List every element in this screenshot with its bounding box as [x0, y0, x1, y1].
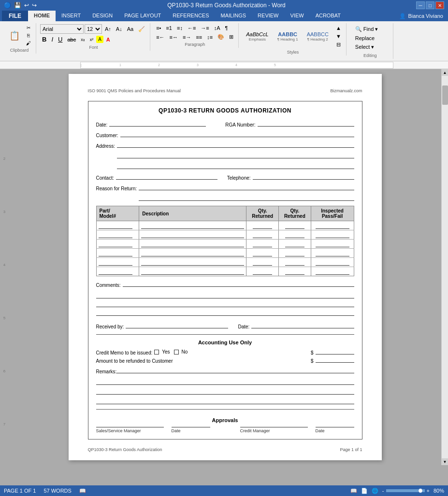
tab-home[interactable]: HOME	[28, 11, 56, 21]
td-qty2-4[interactable]	[279, 249, 311, 258]
copy-button[interactable]: ⎘	[24, 32, 33, 39]
td-inspect-4[interactable]	[311, 249, 354, 258]
format-painter-button[interactable]: 🖌	[24, 40, 33, 47]
td-desc-4[interactable]	[139, 249, 246, 258]
font-size-select[interactable]: 12	[85, 24, 102, 34]
superscript-button[interactable]: x²	[88, 36, 96, 43]
minimize-button[interactable]: ─	[416, 1, 425, 9]
td-qty2-6[interactable]	[279, 267, 311, 276]
decrease-indent-button[interactable]: ←≡	[186, 24, 198, 32]
credit-amount-field[interactable]	[316, 354, 354, 354]
tab-acrobat[interactable]: ACROBAT	[310, 11, 347, 21]
align-center-button[interactable]: ≡↔	[168, 33, 180, 41]
yes-checkbox[interactable]	[154, 350, 159, 354]
subscript-button[interactable]: x₂	[79, 36, 87, 43]
comments-line-4[interactable]	[96, 308, 354, 316]
justify-button[interactable]: ≡≡	[194, 33, 204, 41]
address-field-2[interactable]	[117, 152, 354, 158]
scroll-track[interactable]	[442, 76, 448, 458]
remarks-field-1[interactable]	[116, 367, 354, 373]
cut-button[interactable]: ✂	[24, 24, 33, 31]
styles-up-button[interactable]: ▲	[334, 24, 343, 32]
style-emphasis[interactable]: AaBbCcL Emphasis	[243, 30, 272, 43]
td-qty1-4[interactable]	[246, 249, 279, 258]
td-qty1-1[interactable]	[246, 221, 279, 230]
tab-page-layout[interactable]: PAGE LAYOUT	[118, 11, 167, 21]
rga-number-field[interactable]	[258, 120, 354, 127]
td-qty1-2[interactable]	[246, 230, 279, 240]
customer-field[interactable]	[120, 130, 354, 137]
received-date-field[interactable]	[251, 322, 354, 328]
multilevel-list-button[interactable]: ≡↕	[175, 24, 185, 32]
bold-button[interactable]: B	[40, 35, 48, 44]
reason-field-2[interactable]	[139, 194, 354, 201]
quick-access-undo[interactable]: ↩	[24, 2, 29, 9]
remarks-line-3[interactable]	[96, 387, 354, 395]
sales-date-line[interactable]	[172, 427, 210, 427]
comments-line-3[interactable]	[96, 299, 354, 307]
tab-design[interactable]: DESIGN	[87, 11, 118, 21]
font-family-select[interactable]: Arial	[40, 24, 84, 34]
select-button[interactable]: Select ▾	[353, 43, 387, 51]
td-part-6[interactable]	[96, 267, 139, 276]
td-part-5[interactable]	[96, 258, 139, 267]
td-qty2-2[interactable]	[279, 230, 311, 240]
tab-view[interactable]: VIEW	[285, 11, 310, 21]
strikethrough-button[interactable]: abc	[65, 36, 78, 43]
credit-manager-line[interactable]	[240, 427, 308, 427]
scroll-thumb[interactable]	[442, 85, 448, 105]
td-inspect-2[interactable]	[311, 230, 354, 240]
styles-expand-button[interactable]: ⊟	[334, 41, 343, 49]
td-qty1-3[interactable]	[246, 240, 279, 249]
quick-access-save[interactable]: 💾	[14, 2, 21, 9]
shading-button[interactable]: 🎨	[216, 33, 226, 41]
date-field[interactable]	[109, 120, 206, 127]
refund-amount-field[interactable]	[316, 362, 354, 363]
paste-button[interactable]: 📋	[6, 29, 23, 43]
telephone-field[interactable]	[253, 173, 354, 180]
contact-field[interactable]	[116, 173, 217, 180]
underline-button[interactable]: U	[56, 35, 64, 44]
replace-button[interactable]: Replace	[353, 34, 387, 42]
quick-access-redo[interactable]: ↪	[32, 2, 37, 9]
clear-format-button[interactable]: 🧹	[136, 25, 147, 33]
find-button[interactable]: 🔍 Find ▾	[353, 25, 387, 33]
bullets-button[interactable]: ≡•	[154, 24, 163, 32]
td-inspect-1[interactable]	[311, 221, 354, 230]
received-by-field[interactable]	[126, 322, 228, 328]
style-heading1[interactable]: AABBC ¶ Heading 1	[274, 30, 302, 43]
tab-mailings[interactable]: MAILINGS	[215, 11, 252, 21]
td-desc-5[interactable]	[139, 258, 246, 267]
td-qty2-5[interactable]	[279, 258, 311, 267]
td-inspect-6[interactable]	[311, 267, 354, 276]
td-qty1-6[interactable]	[246, 267, 279, 276]
line-spacing-button[interactable]: ↕≡	[205, 33, 215, 41]
td-inspect-5[interactable]	[311, 258, 354, 267]
italic-button[interactable]: I	[49, 35, 55, 44]
shrink-font-button[interactable]: A↓	[114, 25, 124, 33]
text-highlight-button[interactable]: A	[96, 36, 103, 43]
comments-line-2[interactable]	[96, 291, 354, 298]
borders-button[interactable]: ⊞	[227, 33, 235, 41]
credit-date-line[interactable]	[316, 427, 354, 427]
td-qty2-3[interactable]	[279, 240, 311, 249]
style-heading2[interactable]: AABBCC ¶ Heading 2	[303, 30, 332, 43]
no-checkbox[interactable]	[174, 350, 179, 354]
td-desc-2[interactable]	[139, 230, 246, 240]
scroll-area[interactable]: ISO 9001 QMS Policies and Procedures Man…	[9, 69, 441, 465]
font-color-button[interactable]: A	[104, 36, 112, 43]
align-right-button[interactable]: ≡→	[181, 33, 193, 41]
td-part-1[interactable]	[96, 221, 139, 230]
increase-indent-button[interactable]: →≡	[199, 24, 211, 32]
reason-field[interactable]	[139, 184, 354, 190]
scroll-up-button[interactable]: ▲	[442, 69, 448, 76]
td-part-2[interactable]	[96, 230, 139, 240]
tab-references[interactable]: REFERENCES	[167, 11, 215, 21]
align-left-button[interactable]: ≡←	[154, 33, 166, 41]
td-qty2-1[interactable]	[279, 221, 311, 230]
address-field-3[interactable]	[117, 162, 354, 169]
show-formatting-button[interactable]: ¶	[223, 24, 230, 32]
td-part-3[interactable]	[96, 240, 139, 249]
sales-manager-line[interactable]	[96, 427, 164, 427]
sort-button[interactable]: ↕A	[212, 24, 222, 32]
